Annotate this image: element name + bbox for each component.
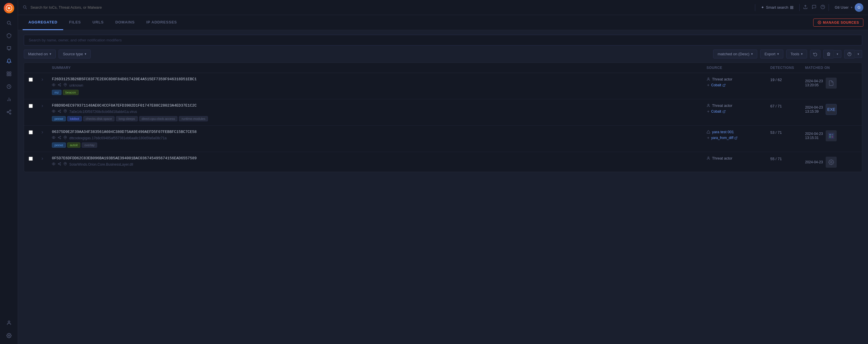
source-name-3: yara_from_diff xyxy=(711,136,733,140)
row-matched-1: 2024-04-23 13:20:05 xyxy=(805,77,857,89)
tools-label: Tools xyxy=(790,52,799,56)
tab-files[interactable]: FILES xyxy=(63,15,87,30)
refresh-button[interactable] xyxy=(810,50,820,59)
tag-direct-cpu-2[interactable]: direct-cpu-clock-access xyxy=(139,116,178,121)
tabbar: AGGREGATED FILES URLS DOMAINS IP ADDRESS… xyxy=(18,15,868,30)
table-row[interactable]: F8BD9D4EC979371148AE0C4CCF8A7EFD3902D1F0… xyxy=(24,99,862,126)
topbar-search-input[interactable] xyxy=(30,5,751,9)
source-link-2[interactable]: Cobalt xyxy=(707,109,770,113)
svg-line-58 xyxy=(59,138,60,138)
source-type-chevron: ▾ xyxy=(85,52,86,56)
filter-search-input[interactable] xyxy=(24,35,862,45)
app-logo[interactable] xyxy=(4,3,14,13)
checkbox-1[interactable] xyxy=(29,78,33,82)
sidebar-item-analytics[interactable] xyxy=(3,94,14,105)
tag-checks-disk-2[interactable]: checks-disk-space xyxy=(83,116,115,121)
tag-autoit-3[interactable]: autoit xyxy=(67,142,80,148)
svg-point-72 xyxy=(60,165,61,165)
sort-button[interactable]: matched on (Desc) ▾ xyxy=(713,49,757,59)
tools-button[interactable]: Tools ▾ xyxy=(786,49,807,59)
source-item-threat-2: Threat actor xyxy=(707,103,770,108)
smart-search-button[interactable]: ✦ Smart search xyxy=(759,4,796,11)
svg-point-49 xyxy=(65,111,66,111)
sidebar-item-user[interactable] xyxy=(3,317,14,329)
tag-long-sleeps-2[interactable]: long-sleeps xyxy=(116,116,137,121)
row-checkbox-1[interactable] xyxy=(29,77,40,82)
tag-peexe-2[interactable]: peexe xyxy=(52,116,66,121)
tag-runtime-2[interactable]: runtime-modules xyxy=(179,116,208,121)
tag-lokibot-2[interactable]: lokibot xyxy=(67,116,82,121)
row-matched-2: 2024-04-23 13:15:39 EXE xyxy=(805,103,857,115)
row-source-2: Threat actor Cobalt xyxy=(707,103,770,113)
question-button[interactable] xyxy=(844,50,855,59)
tab-aggregated[interactable]: AGGREGATED xyxy=(23,15,63,30)
row-summary-2: F8BD9D4EC979371148AE0C4CCF8A7EFD3902D1F0… xyxy=(52,103,707,121)
export-button[interactable]: Export ▾ xyxy=(760,49,783,59)
help-icon[interactable] xyxy=(820,5,825,10)
tag-mz[interactable]: mz xyxy=(52,90,61,95)
matched-on-header: Matched on xyxy=(805,66,857,70)
tag-overlay-3[interactable]: overlay xyxy=(82,142,97,148)
share-icon-3 xyxy=(58,136,61,140)
tab-domains[interactable]: DOMAINS xyxy=(110,15,141,30)
checkbox-2[interactable] xyxy=(29,104,33,108)
row-checkbox-3[interactable] xyxy=(29,130,40,134)
main-content: ✦ Smart search xyxy=(18,0,868,344)
delete-button[interactable] xyxy=(824,50,834,59)
sidebar-item-notifications[interactable] xyxy=(3,56,14,67)
row-detections-3: 53 / 71 xyxy=(770,130,805,135)
sidebar-item-nodes[interactable] xyxy=(3,107,14,117)
source-link-1[interactable]: Cobalt xyxy=(707,83,770,87)
source-type-label: Source type xyxy=(63,52,83,56)
cobalt-icon-3 xyxy=(707,136,710,140)
manage-sources-button[interactable]: MANAGE SOURCES xyxy=(813,19,863,27)
tag-beacon[interactable]: beacon xyxy=(63,90,79,95)
source-link-3[interactable]: yara_from_diff xyxy=(707,136,770,140)
matched-date-2: 2024-04-23 13:15:39 xyxy=(805,105,823,113)
table-row[interactable]: F26D31253B26B5FC83F7E2E0C8D8F84D017420E4… xyxy=(24,73,862,99)
external-link-icon-3 xyxy=(734,136,738,140)
feedback-icon[interactable] xyxy=(812,5,816,10)
row-checkbox-2[interactable] xyxy=(29,103,40,108)
refresh-icon xyxy=(813,52,817,56)
upload-icon[interactable] xyxy=(803,5,808,10)
source-item-yara-3: yara test 001 xyxy=(707,130,770,134)
question-icon xyxy=(847,52,851,56)
row-thumbnail-4 xyxy=(826,157,837,168)
cobalt-icon-1 xyxy=(707,83,710,87)
tab-urls[interactable]: URLS xyxy=(87,15,110,30)
tag-peexe-3[interactable]: peexe xyxy=(52,142,66,148)
row-checkbox-4[interactable] xyxy=(29,156,40,161)
export-label: Export xyxy=(765,52,776,56)
table-row[interactable]: 0F5D7E6DFDD62C83EB096BA193B5AE394001BAC0… xyxy=(24,152,862,172)
svg-point-34 xyxy=(58,84,59,85)
sidebar-item-settings[interactable] xyxy=(3,330,14,341)
svg-rect-22 xyxy=(790,6,792,7)
question-chevron-button[interactable]: ▾ xyxy=(855,50,862,58)
sidebar-item-threats[interactable] xyxy=(3,30,14,41)
table-row[interactable]: 06375D9E2F39AA34F383561A604C380D75AA9E49… xyxy=(24,126,862,152)
sidebar-item-collections[interactable] xyxy=(3,68,14,79)
threat-actor-icon-1 xyxy=(707,77,710,81)
sidebar-item-search[interactable] xyxy=(3,18,14,28)
svg-point-35 xyxy=(60,85,61,86)
source-type-filter[interactable]: Source type ▾ xyxy=(59,49,91,59)
delete-chevron-button[interactable]: ▾ xyxy=(834,50,841,58)
matched-on-filter[interactable]: Matched on ▾ xyxy=(24,49,56,59)
checkbox-4[interactable] xyxy=(29,157,33,161)
sidebar-item-feeds[interactable] xyxy=(3,43,14,54)
svg-line-74 xyxy=(59,163,60,164)
delete-icon xyxy=(827,52,831,56)
svg-point-57 xyxy=(60,138,61,139)
user-menu[interactable]: Gti User ▾ G xyxy=(835,3,863,12)
tab-ip-addresses[interactable]: IP ADDRESSES xyxy=(141,15,183,30)
checkbox-header-col xyxy=(29,66,40,70)
svg-rect-24 xyxy=(790,8,792,9)
checkbox-3[interactable] xyxy=(29,130,33,134)
location-icon-4 xyxy=(63,162,67,167)
location-icon-2 xyxy=(63,109,67,114)
source-name-1: Cobalt xyxy=(711,83,721,87)
matched-on-chevron: ▾ xyxy=(50,52,51,56)
svg-rect-5 xyxy=(7,72,8,73)
sidebar-item-history[interactable] xyxy=(3,81,14,92)
